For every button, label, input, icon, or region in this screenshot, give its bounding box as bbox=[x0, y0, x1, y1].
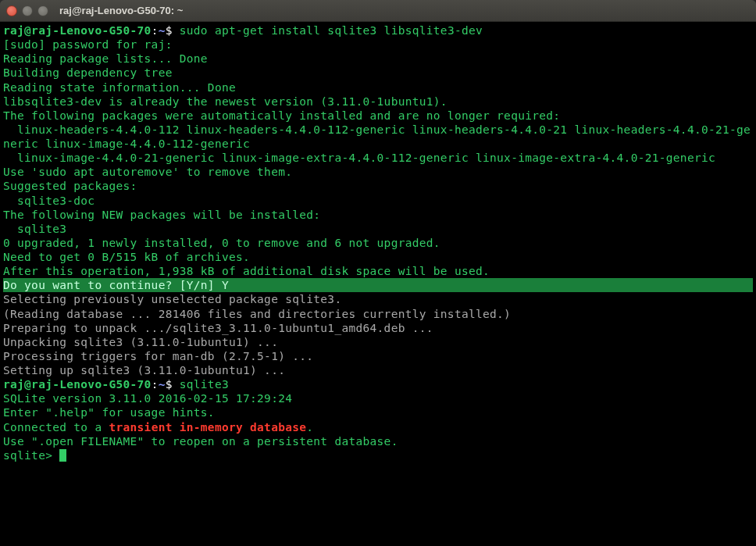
minimize-icon[interactable] bbox=[22, 5, 33, 16]
output-line: Preparing to unpack .../sqlite3_3.11.0-1… bbox=[3, 322, 433, 334]
output-line: [sudo] password for raj: bbox=[3, 38, 173, 51]
prompt-user-host: raj@raj-Lenovo-G50-70 bbox=[3, 378, 152, 391]
output-line: The following NEW packages will be insta… bbox=[3, 209, 320, 221]
output-line: After this operation, 1,938 kB of additi… bbox=[3, 265, 490, 277]
maximize-icon[interactable] bbox=[37, 5, 48, 16]
cursor-icon bbox=[59, 449, 66, 462]
command-1: sudo apt-get install sqlite3 libsqlite3-… bbox=[173, 24, 483, 37]
sqlite-transient-db: transient in-memory database bbox=[109, 421, 306, 434]
command-2: sqlite3 bbox=[173, 378, 229, 391]
highlighted-prompt-line: Do you want to continue? [Y/n] Y bbox=[3, 278, 753, 292]
sqlite-prompt: sqlite> bbox=[3, 449, 59, 462]
sqlite-output: Enter ".help" for usage hints. bbox=[3, 406, 215, 419]
window-title: raj@raj-Lenovo-G50-70: ~ bbox=[59, 5, 183, 16]
prompt-path: ~ bbox=[159, 24, 166, 37]
titlebar[interactable]: raj@raj-Lenovo-G50-70: ~ bbox=[0, 0, 756, 22]
output-line: Reading state information... Done bbox=[3, 81, 236, 94]
output-line: Selecting previously unselected package … bbox=[3, 293, 341, 305]
sqlite-output: Connected to a bbox=[3, 421, 109, 434]
sqlite-output: Use ".open FILENAME" to reopen on a pers… bbox=[3, 435, 398, 448]
output-line: The following packages were automaticall… bbox=[3, 109, 560, 122]
prompt-user-host: raj@raj-Lenovo-G50-70 bbox=[3, 24, 152, 37]
terminal-body[interactable]: raj@raj-Lenovo-G50-70:~$ sudo apt-get in… bbox=[0, 22, 756, 546]
sqlite-output: . bbox=[306, 421, 313, 434]
prompt-sep1: : bbox=[152, 24, 159, 37]
output-line: Need to get 0 B/515 kB of archives. bbox=[3, 251, 250, 263]
output-line: Building dependency tree bbox=[3, 66, 173, 79]
output-line: 0 upgraded, 1 newly installed, 0 to remo… bbox=[3, 237, 440, 249]
prompt-sep2: $ bbox=[166, 378, 173, 391]
output-line: libsqlite3-dev is already the newest ver… bbox=[3, 95, 448, 108]
close-icon[interactable] bbox=[6, 5, 17, 16]
prompt-sep2: $ bbox=[166, 24, 173, 37]
prompt-sep1: : bbox=[152, 378, 159, 391]
prompt-path: ~ bbox=[159, 378, 166, 391]
output-line: Suggested packages: bbox=[3, 180, 137, 192]
output-line: sqlite3 bbox=[3, 223, 66, 235]
sqlite-output: SQLite version 3.11.0 2016-02-15 17:29:2… bbox=[3, 392, 292, 405]
output-line: Reading package lists... Done bbox=[3, 52, 208, 65]
output-line: Use 'sudo apt autoremove' to remove them… bbox=[3, 166, 292, 178]
output-line: Processing triggers for man-db (2.7.5-1)… bbox=[3, 350, 313, 362]
output-line: linux-headers-4.4.0-112 linux-headers-4.… bbox=[3, 123, 751, 150]
output-line: linux-image-4.4.0-21-generic linux-image… bbox=[3, 152, 715, 164]
terminal-window: raj@raj-Lenovo-G50-70: ~ raj@raj-Lenovo-… bbox=[0, 0, 756, 546]
output-line: Unpacking sqlite3 (3.11.0-1ubuntu1) ... bbox=[3, 336, 278, 348]
output-line: (Reading database ... 281406 files and d… bbox=[3, 308, 511, 320]
output-line: Setting up sqlite3 (3.11.0-1ubuntu1) ... bbox=[3, 364, 285, 376]
output-line: sqlite3-doc bbox=[3, 194, 94, 207]
